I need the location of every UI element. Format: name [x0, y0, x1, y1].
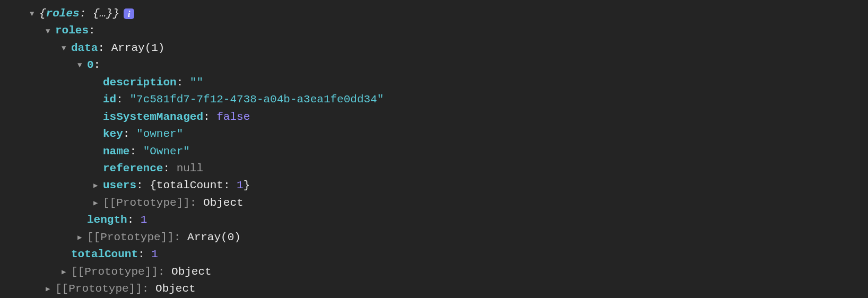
chevron-down-icon[interactable] — [30, 8, 39, 19]
prop-key: reference — [103, 161, 163, 177]
roles-row[interactable]: roles : — [0, 22, 868, 39]
chevron-down-icon[interactable] — [77, 60, 87, 71]
totalcount-row[interactable]: totalCount : 1 — [0, 246, 868, 263]
root-summary-row[interactable]: { roles : {…} } i — [0, 5, 868, 22]
chevron-right-icon[interactable] — [46, 284, 55, 294]
index-key: 0 — [87, 57, 94, 73]
brace-close: } — [244, 178, 250, 194]
prop-description-row[interactable]: description : "" — [0, 74, 868, 91]
prop-key: users — [103, 178, 136, 194]
prop-value: "7c581fd7-7f12-4738-a04b-a3ea1fe0dd34" — [129, 92, 384, 108]
console-object-tree: { roles : {…} } i roles : data : Array(1… — [0, 0, 868, 297]
prop-issystemmanaged-row[interactable]: isSystemManaged : false — [0, 109, 868, 126]
prototype-key: [[Prototype]] — [71, 264, 158, 280]
users-inner-val: 1 — [237, 178, 244, 194]
array-item-0-row[interactable]: 0 : — [0, 57, 868, 74]
data-row[interactable]: data : Array(1) — [0, 40, 868, 57]
prop-value: "" — [190, 75, 203, 91]
prop-key: name — [103, 144, 129, 160]
prototype-value: Object — [171, 264, 212, 280]
data-type: Array(1) — [111, 40, 165, 56]
prop-key: description — [103, 75, 177, 91]
prototype-key: [[Prototype]] — [103, 195, 190, 211]
chevron-down-icon[interactable] — [46, 26, 55, 37]
prop-name-row[interactable]: name : "Owner" — [0, 143, 868, 160]
brace-open: { — [150, 178, 157, 194]
prop-key: key — [103, 126, 123, 142]
prototype-roles-row[interactable]: [[Prototype]] : Object — [0, 264, 868, 281]
length-key: length — [87, 212, 127, 228]
info-icon[interactable]: i — [124, 8, 134, 19]
users-inner-key: totalCount — [157, 178, 223, 194]
prop-value: null — [177, 161, 203, 177]
totalcount-key: totalCount — [71, 247, 138, 262]
prop-key: isSystemManaged — [103, 109, 203, 125]
prototype-value: Object — [203, 195, 244, 211]
chevron-right-icon[interactable] — [77, 232, 87, 243]
summary-colon: : — [80, 6, 93, 22]
summary-key: roles — [46, 6, 80, 22]
prototype-root-row[interactable]: [[Prototype]] : Object — [0, 281, 868, 297]
prop-reference-row[interactable]: reference : null — [0, 160, 868, 177]
prototype-key: [[Prototype]] — [55, 281, 142, 297]
chevron-right-icon[interactable] — [93, 180, 103, 191]
prop-key-row[interactable]: key : "owner" — [0, 126, 868, 143]
chevron-right-icon[interactable] — [62, 267, 71, 277]
summary-brace-close: } — [113, 6, 120, 22]
prop-id-row[interactable]: id : "7c581fd7-7f12-4738-a04b-a3ea1fe0dd… — [0, 91, 868, 108]
prototype-value: Object — [155, 281, 196, 297]
chevron-right-icon[interactable] — [93, 198, 103, 208]
summary-val: {…} — [93, 6, 113, 22]
chevron-down-icon[interactable] — [62, 43, 71, 54]
prop-value: false — [216, 109, 250, 125]
length-value: 1 — [141, 212, 147, 228]
length-row[interactable]: length : 1 — [0, 212, 868, 229]
prop-key: id — [103, 92, 116, 108]
roles-key: roles — [55, 23, 89, 39]
prop-value: "Owner" — [143, 144, 190, 160]
prototype-item-row[interactable]: [[Prototype]] : Object — [0, 195, 868, 212]
prop-users-row[interactable]: users : { totalCount : 1 } — [0, 177, 868, 194]
prototype-key: [[Prototype]] — [87, 230, 174, 246]
data-key: data — [71, 40, 98, 56]
totalcount-value: 1 — [151, 247, 158, 262]
prototype-value: Array(0) — [187, 230, 241, 246]
prototype-array-row[interactable]: [[Prototype]] : Array(0) — [0, 229, 868, 246]
prop-value: "owner" — [136, 126, 183, 142]
summary-brace-open: { — [39, 6, 46, 22]
